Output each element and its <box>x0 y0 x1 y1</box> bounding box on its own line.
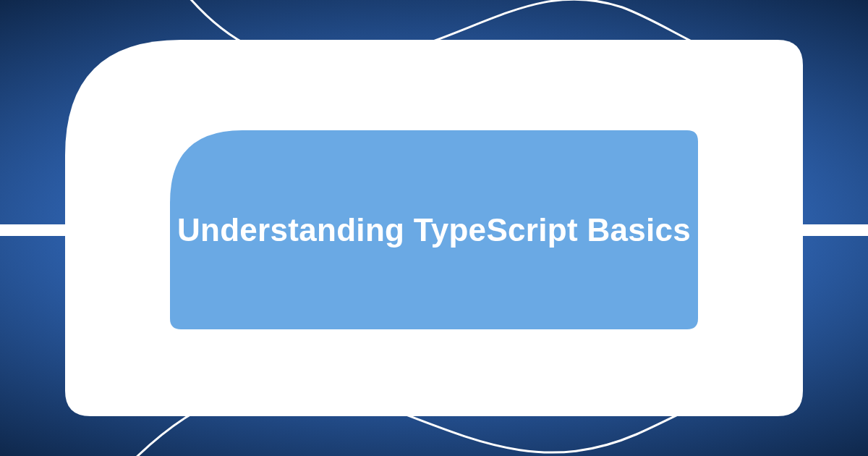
inner-card: Understanding TypeScript Basics <box>170 130 698 329</box>
card-title: Understanding TypeScript Basics <box>177 212 691 248</box>
hero-banner: Understanding TypeScript Basics <box>0 0 868 456</box>
